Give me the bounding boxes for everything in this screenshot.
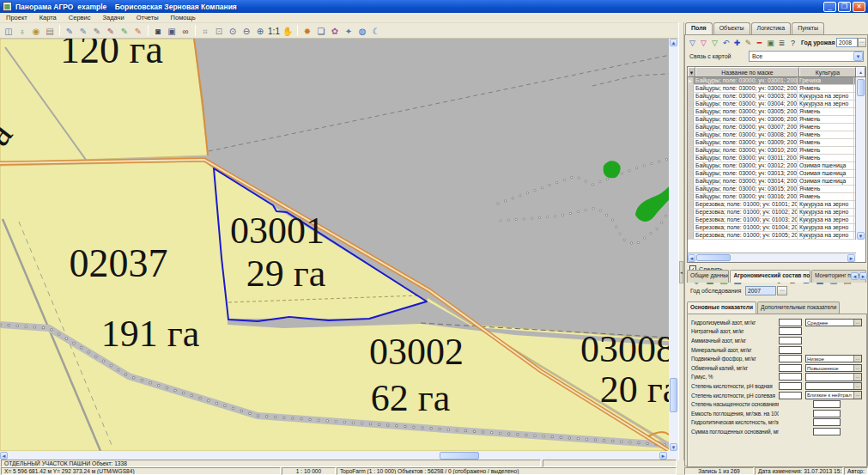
menu-item-Задачи[interactable]: Задачи <box>96 14 130 21</box>
delete-record-icon[interactable]: ━ <box>754 38 765 49</box>
page-list-icon[interactable]: ▤ <box>43 24 57 37</box>
preview-icon[interactable]: ▣ <box>765 38 776 49</box>
survey-year-input[interactable]: 2007 <box>745 286 776 295</box>
tabs-scroll-right-icon[interactable]: ► <box>859 272 867 280</box>
tabs-scroll-left-icon[interactable]: ◄ <box>851 272 859 280</box>
ellipsis-icon[interactable]: ⋯ <box>853 365 861 372</box>
globe-icon[interactable]: ◍ <box>355 24 369 37</box>
table-row[interactable]: Байцуры; поле: 03000; уч: 03008; 2008 г.… <box>688 131 856 139</box>
harvest-year-picker-button[interactable]: ⋯ <box>858 38 866 47</box>
menu-item-Проект[interactable]: Проект <box>0 14 33 21</box>
table-scroll-up-icon[interactable]: ▲ <box>856 67 865 76</box>
tab-Логистика[interactable]: Логистика <box>751 22 792 34</box>
menu-item-Сервис[interactable]: Сервис <box>63 14 97 21</box>
route-pin-2-icon[interactable]: ✎ <box>76 24 90 37</box>
parameter-value-input[interactable] <box>813 410 841 417</box>
parameter-value-input[interactable] <box>779 337 802 344</box>
table-row[interactable]: Байцуры; поле: 03000; уч: 03006; 2008 г.… <box>688 116 856 124</box>
compass-icon[interactable]: ✦ <box>342 24 355 37</box>
tab-Агрономический состав почв[interactable]: Агрономический состав почв <box>730 270 810 283</box>
scroll-left-icon[interactable]: ◄ <box>0 452 8 460</box>
tab-Дополнительные показатели[interactable]: Дополнительные показатели <box>757 301 840 314</box>
parameter-value-input[interactable] <box>813 428 841 435</box>
ellipsis-icon[interactable]: ⋯ <box>853 320 861 326</box>
parameter-value-input[interactable] <box>779 373 802 381</box>
parameter-value-input[interactable] <box>779 392 802 399</box>
map-vertical-scrollbar[interactable]: ▲ ▼ <box>669 39 678 451</box>
route-pin-1-icon[interactable]: ✎ <box>63 24 76 37</box>
table-row[interactable]: Байцуры; поле: 03000; уч: 03016; 2008 г.… <box>688 193 856 201</box>
edit-record-icon[interactable]: ✎ <box>743 38 754 49</box>
table-row[interactable]: ▶Байцуры; поле: 03000; уч: 03001; 2008 г… <box>688 77 856 85</box>
layers-icon[interactable]: ❏ <box>314 24 328 37</box>
table-scroll-down-icon[interactable]: ▼ <box>857 232 865 240</box>
parameter-value-input[interactable] <box>813 400 841 408</box>
table-row[interactable]: Байцуры; поле: 03000; уч: 03011; 2008 г.… <box>688 155 856 162</box>
tab-Пункты[interactable]: Пункты <box>792 22 824 34</box>
menu-item-Помощь[interactable]: Помощь <box>165 14 202 21</box>
table-row[interactable]: Березовка; поле: 01000; уч: 01002; 2008 … <box>688 209 856 216</box>
filter-edit-icon[interactable]: ▽ <box>709 38 720 49</box>
filter-add-icon[interactable]: ▽ <box>698 38 709 49</box>
one-to-one-icon[interactable]: 1:1 <box>267 24 281 37</box>
collapse-panel-icon[interactable]: ◂ <box>679 261 683 283</box>
undo-icon[interactable]: ↶ <box>720 38 731 49</box>
column-header-name[interactable]: Название по маске <box>695 67 799 76</box>
table-row[interactable]: Байцуры; поле: 03000; уч: 03007; 2008 г.… <box>688 124 856 131</box>
parameter-value-input[interactable] <box>779 382 802 390</box>
table-row[interactable]: Байцуры; поле: 03000; уч: 03004; 2008 г.… <box>688 100 856 108</box>
route-pin-5-icon[interactable]: ✎ <box>118 24 131 37</box>
select-frame-icon[interactable]: ⊡ <box>212 24 226 37</box>
binoculars-icon[interactable]: ∞ <box>179 24 192 37</box>
chevron-down-icon[interactable]: ▼ <box>853 52 863 61</box>
table-row[interactable]: Березовка; поле: 01000; уч: 01004; 2008 … <box>688 224 856 232</box>
close-button[interactable]: ✕ <box>853 2 865 12</box>
table-vertical-scrollbar[interactable]: ▼ <box>855 77 865 240</box>
tab-Общие данные[interactable]: Общие данные <box>687 270 729 283</box>
parameter-value-input[interactable] <box>779 346 802 354</box>
parameter-level-combobox[interactable]: ⋯ <box>805 382 862 391</box>
harvest-year-input[interactable]: 2008 <box>836 38 858 47</box>
zoom-icon[interactable]: ⊙ <box>226 24 240 37</box>
scroll-down-icon[interactable]: ▼ <box>670 443 677 451</box>
table-scroll-left-icon[interactable]: ◄ <box>688 254 695 262</box>
parameter-level-combobox[interactable]: ⋯ <box>805 373 862 381</box>
tab-Поля[interactable]: Поля <box>685 22 713 35</box>
survey-year-picker-button[interactable]: ⋯ <box>777 286 787 295</box>
table-row[interactable]: Байцуры; поле: 03000; уч: 03003; 2008 г.… <box>688 93 856 100</box>
table-scroll-right-icon[interactable]: ► <box>847 254 855 262</box>
parameter-level-combobox[interactable]: Близкие к нейтрал⋯ <box>805 391 862 399</box>
table-row[interactable]: Березовка; поле: 01000; уч: 01001; 2008 … <box>688 201 856 209</box>
open-globe-icon[interactable]: ♁ <box>15 24 29 37</box>
table-row[interactable]: Березовка; поле: 01000; уч: 01003; 2008 … <box>688 216 856 224</box>
zoom-out-icon[interactable]: ⊖ <box>240 24 253 37</box>
report-icon[interactable]: ≣ <box>776 38 787 49</box>
map-view[interactable]: 120 га га 02037 191 га 03001 29 га 03002… <box>0 39 669 451</box>
import-icon[interactable]: ◉ <box>29 24 43 37</box>
route-pin-4-icon[interactable]: ✎ <box>104 24 118 37</box>
route-pin-3-icon[interactable]: ✎ <box>90 24 104 37</box>
table-row[interactable]: Байцуры; поле: 03000; уч: 03005; 2008 г.… <box>688 108 856 116</box>
ellipsis-icon[interactable]: ⋯ <box>853 383 861 390</box>
add-record-icon[interactable]: ✚ <box>731 38 743 49</box>
camera-icon[interactable]: ◙ <box>151 24 165 37</box>
restore-button[interactable]: ❐ <box>838 2 851 12</box>
parameter-value-input[interactable] <box>813 418 841 426</box>
ellipsis-icon[interactable]: ⋯ <box>853 356 861 362</box>
menu-item-Карта[interactable]: Карта <box>33 14 63 21</box>
v-scroll-thumb[interactable] <box>670 378 677 412</box>
parameter-level-combobox[interactable]: Среднее⋯ <box>805 319 862 327</box>
parameter-level-combobox[interactable]: Низкое⋯ <box>805 355 862 363</box>
panel-splitter[interactable]: ◂ <box>678 22 684 460</box>
pan-hand-icon[interactable]: ✋ <box>281 24 294 37</box>
table-row[interactable]: Байцуры; поле: 03000; уч: 03010; 2008 г.… <box>688 147 856 155</box>
route-pin-6-icon[interactable]: ✎ <box>131 24 145 37</box>
new-map-icon[interactable]: ◫ <box>2 24 15 37</box>
table-row[interactable]: Байцуры; поле: 03000; уч: 03012; 2008 г.… <box>688 162 856 170</box>
table-row[interactable]: Байцуры; поле: 03000; уч: 03002; 2008 г.… <box>688 85 856 93</box>
parameter-value-input[interactable] <box>779 364 802 372</box>
select-rect-icon[interactable]: ⌗ <box>198 24 212 37</box>
screen-icon[interactable]: ▣ <box>165 24 179 37</box>
table-horizontal-scrollbar[interactable]: ◄ ► <box>688 253 856 262</box>
help-icon[interactable]: ? <box>787 38 798 49</box>
